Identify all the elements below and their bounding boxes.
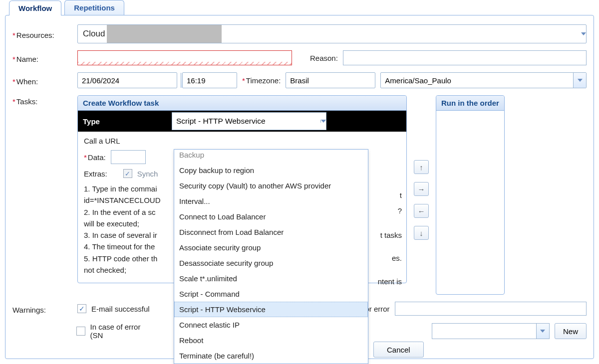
- timezone-zone-trigger[interactable]: [573, 73, 586, 88]
- move-down-button[interactable]: ↓: [414, 226, 429, 240]
- move-left-button[interactable]: ←: [414, 204, 429, 218]
- type-trigger[interactable]: [320, 120, 326, 123]
- name-input[interactable]: [77, 50, 292, 65]
- error-snps-text: In case of error (SN: [90, 323, 155, 340]
- resources-value: Cloud: [78, 29, 105, 39]
- chevron-down-icon: [578, 79, 583, 82]
- arrow-column: ↑ → ← ↓: [414, 160, 429, 240]
- extras-sync-text: Synch: [137, 170, 158, 178]
- tasks-label: *Tasks:: [12, 95, 72, 106]
- type-option[interactable]: Associate security group: [174, 240, 368, 255]
- move-right-button[interactable]: →: [414, 182, 429, 196]
- error-snps-checkbox[interactable]: [76, 327, 85, 336]
- peek-t: t: [400, 191, 402, 199]
- type-combo[interactable]: [172, 112, 326, 130]
- type-label: Type: [83, 117, 100, 126]
- workflow-panel: *Resources: Cloud *Name: Reason: *When: …: [5, 15, 594, 359]
- snps-trigger[interactable]: [536, 324, 549, 339]
- extras-sync-checkbox[interactable]: ✓: [123, 169, 132, 178]
- type-option[interactable]: Security copy (Vault) to another AWS pro…: [174, 178, 368, 193]
- cancel-button[interactable]: Cancel: [373, 342, 424, 358]
- run-order-panel: Run in the order: [436, 95, 505, 295]
- type-option[interactable]: Interval...: [174, 193, 368, 209]
- type-option[interactable]: Connect elastic IP: [174, 317, 368, 333]
- type-option[interactable]: Terminate (be careful!): [174, 348, 368, 364]
- snps-combo[interactable]: [432, 323, 550, 339]
- timezone-zone-input[interactable]: [381, 74, 573, 87]
- chevron-down-icon: [321, 120, 326, 123]
- resources-masked-area: [107, 25, 222, 43]
- peek-ntent: ntent is: [378, 277, 402, 286]
- type-dropdown-list: Backup Copy backup to region Security co…: [174, 149, 368, 364]
- mail-error-input[interactable]: [395, 302, 587, 316]
- tab-workflow[interactable]: Workflow: [9, 0, 61, 15]
- type-option[interactable]: Desassociate security group: [174, 255, 368, 271]
- data-label: Data:: [88, 153, 106, 162]
- data-input[interactable]: [111, 150, 146, 164]
- type-option[interactable]: Connect to Load Balancer: [174, 209, 368, 224]
- type-option-selected[interactable]: Script - HTTP Webservice: [174, 302, 368, 317]
- type-option[interactable]: Disconnect from Load Balancer: [174, 224, 368, 240]
- create-task-header: Create Workflow task: [78, 96, 406, 111]
- type-input[interactable]: [172, 115, 320, 128]
- type-strip: Type: [78, 111, 406, 132]
- type-option[interactable]: Script - Command: [174, 286, 368, 302]
- resources-combo[interactable]: Cloud: [77, 24, 587, 43]
- peek-es: es.: [392, 254, 402, 262]
- timezone-region-input[interactable]: [286, 74, 389, 87]
- chevron-down-icon: [581, 32, 586, 35]
- run-order-header: Run in the order: [436, 96, 504, 111]
- name-label: *Name:: [12, 53, 72, 63]
- reason-input[interactable]: [343, 50, 587, 65]
- resources-trigger[interactable]: [581, 32, 586, 35]
- warnings-label: Warnings:: [12, 304, 72, 314]
- type-option[interactable]: Scale t*.unlimited: [174, 271, 368, 286]
- date-field[interactable]: 🗓: [77, 72, 177, 88]
- type-option[interactable]: Backup: [174, 150, 368, 163]
- email-success-checkbox[interactable]: ✓: [77, 304, 86, 313]
- tab-repetitions[interactable]: Repetitions: [64, 0, 124, 15]
- move-up-button[interactable]: ↑: [414, 160, 429, 174]
- resources-label: *Resources:: [12, 29, 72, 39]
- peek-tasks: t tasks: [380, 231, 402, 239]
- type-option[interactable]: Copy backup to region: [174, 163, 368, 178]
- extras-label: Extras:: [84, 170, 107, 178]
- call-url-text: Call a URL: [84, 137, 400, 145]
- timezone-label: *Timezone:: [242, 76, 281, 85]
- chevron-down-icon: [540, 330, 545, 333]
- type-option[interactable]: Reboot: [174, 333, 368, 348]
- time-field[interactable]: [182, 72, 237, 88]
- peek-q: ?: [398, 206, 402, 215]
- date-input[interactable]: [78, 74, 181, 87]
- timezone-zone-combo[interactable]: [380, 72, 587, 88]
- when-label: *When:: [12, 75, 72, 86]
- reason-label: Reason:: [310, 54, 338, 62]
- email-success-text: E-mail successful: [91, 305, 150, 313]
- new-button[interactable]: New: [555, 323, 587, 339]
- timezone-region-combo[interactable]: [286, 72, 375, 88]
